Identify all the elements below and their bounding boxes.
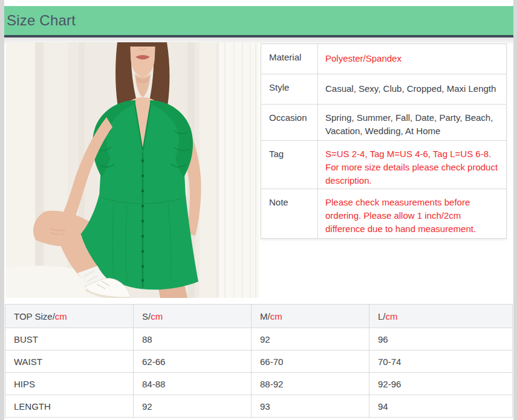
section-header: Size Chart (4, 6, 513, 37)
details-row-value: Polyester/Spandex (318, 44, 506, 74)
table-row: Tag S=US 2-4, Tag M=US 4-6, Tag L=US 6-8… (261, 141, 506, 189)
details-row-label: Note (261, 189, 318, 238)
size-col-header: L/cm (369, 305, 513, 328)
size-cell: 70-74 (369, 351, 513, 373)
table-row: Style Casual, Sexy, Club, Cropped, Maxi … (261, 74, 506, 105)
size-cell: 94 (369, 395, 513, 418)
product-photo-illustration (6, 42, 259, 298)
details-row-value: Please check measurements before orderin… (318, 189, 506, 238)
details-row-label: Occasion (261, 105, 318, 140)
size-cell: 66-70 (252, 351, 369, 373)
size-row-label: HIPS (5, 373, 134, 395)
details-row-value: S=US 2-4, Tag M=US 4-6, Tag L=US 6-8. Fo… (318, 141, 506, 189)
details-row-label: Style (261, 74, 318, 104)
size-header-unit: cm (386, 311, 398, 321)
size-cell: 93 (252, 395, 369, 418)
table-row: Occasion Spring, Summer, Fall, Date, Par… (261, 105, 506, 141)
size-header-row: TOP Size/cm S/cm M/cm L/cm (5, 305, 513, 328)
details-row-value: Casual, Sexy, Club, Cropped, Maxi Length (318, 74, 506, 104)
content-sheet: Size Chart (4, 0, 513, 420)
table-row: HIPS 84-88 88-92 92-96 (5, 373, 513, 395)
details-row-label: Tag (261, 141, 318, 189)
size-header-unit: cm (270, 311, 282, 321)
table-row: BUST 88 92 96 (5, 328, 513, 351)
size-row-label: BUST (5, 328, 134, 351)
size-col-header: S/cm (134, 305, 252, 328)
size-header-unit: cm (151, 311, 163, 321)
size-chart-table: TOP Size/cm S/cm M/cm L/cm BUST 88 92 96… (5, 304, 513, 418)
product-photo (6, 42, 259, 298)
size-header-unit: cm (55, 311, 67, 321)
product-details-table: Material Polyester/Spandex Style Casual,… (261, 44, 507, 239)
size-cell: 88-92 (252, 373, 369, 395)
size-cell: 92 (134, 395, 252, 418)
size-cell: 92 (252, 328, 369, 351)
size-header-label: TOP Size/ (14, 311, 55, 321)
size-cell: 62-66 (134, 351, 252, 373)
table-row: Note Please check measurements before or… (261, 189, 506, 238)
size-row-label: WAIST (5, 351, 134, 373)
details-row-label: Material (261, 44, 318, 74)
size-cell: 84-88 (134, 373, 252, 395)
details-row-value: Spring, Summer, Fall, Date, Party, Beach… (318, 105, 506, 140)
table-row: LENGTH 92 93 94 (5, 395, 513, 418)
size-cell: 88 (134, 328, 252, 351)
page: Size Chart (0, 0, 517, 420)
size-header-label: M/ (260, 311, 270, 321)
size-col-header: M/cm (252, 305, 369, 328)
page-title: Size Chart (4, 12, 76, 29)
size-cell: 92-96 (369, 373, 513, 395)
table-row: WAIST 62-66 66-70 70-74 (5, 351, 513, 373)
table-row: Material Polyester/Spandex (261, 44, 506, 74)
size-cell: 96 (369, 328, 513, 351)
size-col-header: TOP Size/cm (5, 305, 134, 328)
size-header-label: L/ (378, 311, 386, 321)
size-row-label: LENGTH (5, 395, 134, 418)
size-header-label: S/ (142, 311, 151, 321)
